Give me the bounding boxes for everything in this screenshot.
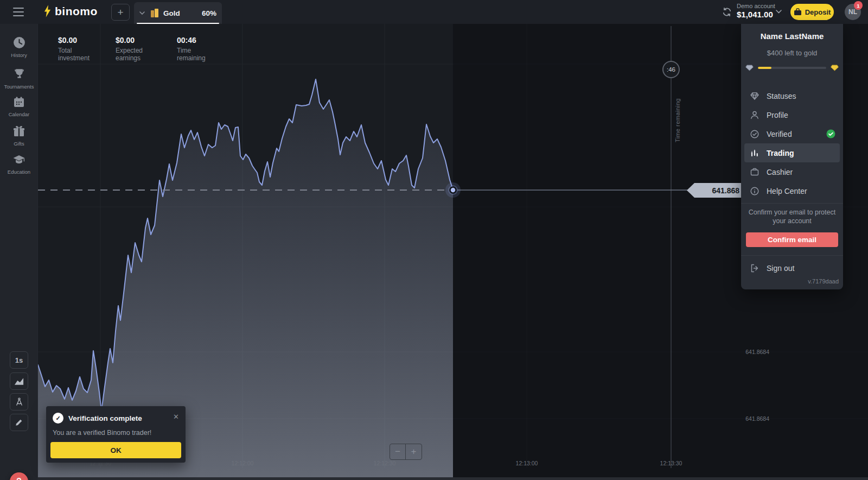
sidebar-item-label: Tournaments	[4, 84, 34, 90]
y-axis-tick-label: 641.8684	[726, 349, 769, 355]
verification-toast: ✓ Verification complete ✕ You are a veri…	[46, 406, 186, 463]
menu-item-help-center[interactable]: Help Center	[741, 181, 843, 200]
zoom-in-button[interactable]: +	[406, 444, 422, 459]
divider	[741, 203, 843, 204]
toast-title: Verification complete	[68, 414, 142, 422]
binomo-logo: binomo	[43, 4, 98, 18]
sidebar-item-label: Education	[8, 169, 30, 175]
user-name: Name LastName	[741, 31, 843, 41]
briefcase-icon	[794, 8, 802, 16]
lightning-bolt-icon	[43, 4, 52, 18]
status-progress-text: $400 left to gold	[741, 49, 843, 57]
chart-zoom-controls: − +	[390, 444, 422, 460]
stat-value: $0.00	[116, 36, 143, 45]
sidebar-item-label: Calendar	[9, 111, 30, 117]
menu-item-label: Statuses	[767, 92, 796, 100]
wallet-icon	[750, 167, 760, 177]
stat-label: Time remaining	[177, 47, 206, 62]
divider	[741, 255, 843, 256]
hamburger-menu-icon[interactable]	[13, 8, 24, 16]
menu-item-statuses[interactable]: Statuses	[741, 86, 843, 105]
toast-header: ✓ Verification complete	[53, 413, 142, 424]
area-chart-icon	[14, 377, 24, 386]
x-axis-tick-label: 12:12:30	[374, 460, 396, 466]
deposit-button[interactable]: Deposit	[790, 4, 834, 20]
info-icon	[750, 186, 760, 196]
current-price-tag: 641.868	[687, 183, 741, 198]
zoom-out-button[interactable]: −	[390, 444, 406, 459]
status-progress-fill	[758, 67, 771, 69]
menu-item-profile[interactable]: Profile	[741, 105, 843, 124]
pencil-icon	[15, 418, 23, 427]
sidebar-item-gifts[interactable]: Gifts	[0, 125, 38, 147]
chevron-down-icon	[139, 11, 145, 15]
stat-time-remaining: 00:46 Time remaining	[177, 36, 206, 62]
status-progress-row	[745, 65, 839, 71]
refresh-icon[interactable]	[722, 7, 732, 17]
sign-out-button[interactable]: Sign out	[741, 261, 843, 276]
history-clock-icon	[12, 36, 26, 49]
account-menu-panel: Name LastName $400 left to gold Statuses…	[741, 24, 843, 289]
asset-tab-gold[interactable]: Gold 60%	[134, 2, 222, 24]
account-switcher[interactable]: Demo account $1,041.00	[737, 3, 775, 19]
account-menu: Statuses Profile Verified Trading Cashie…	[741, 86, 843, 200]
top-bar: binomo + Gold 60% Demo account $1,041.00…	[0, 0, 868, 24]
confirm-email-button[interactable]: Confirm email	[746, 232, 838, 247]
stat-expected-earnings: $0.00 Expected earnings	[116, 36, 143, 62]
account-type: Demo account	[737, 3, 775, 9]
logo-text: binomo	[55, 5, 98, 18]
check-circle-icon: ✓	[53, 413, 63, 424]
stat-label: Total investment	[58, 47, 90, 62]
sidebar-item-history[interactable]: History	[0, 36, 38, 58]
drawing-tools-button[interactable]	[10, 414, 28, 431]
help-button[interactable]: ?	[10, 472, 28, 480]
candlestick-icon	[750, 148, 760, 158]
sidebar-item-tournaments[interactable]: Tournaments	[0, 67, 38, 90]
app-version: v.7179daad	[808, 278, 839, 285]
menu-item-label: Profile	[767, 111, 788, 119]
stat-value: $0.00	[58, 36, 90, 45]
compass-icon	[15, 397, 24, 407]
menu-item-label: Cashier	[767, 168, 793, 176]
x-axis-tick-label: 12:12:00	[232, 460, 254, 466]
toast-body: You are a verified Binomo trader!	[53, 429, 151, 437]
silver-gem-icon	[745, 65, 754, 71]
timeframe-button[interactable]: 1s	[10, 351, 28, 369]
menu-item-verified[interactable]: Verified	[741, 124, 843, 143]
sign-out-icon	[750, 263, 760, 273]
menu-item-label: Help Center	[767, 187, 807, 195]
x-axis-tick-label: 12:13:30	[660, 460, 682, 466]
calendar-icon	[12, 96, 25, 109]
asset-name: Gold	[163, 9, 180, 17]
sidebar-item-education[interactable]: Education	[0, 153, 38, 175]
ok-button[interactable]: OK	[50, 442, 181, 458]
close-icon[interactable]: ✕	[173, 413, 179, 421]
trading-app: $0.00 Total investment $0.00 Expected ea…	[0, 0, 868, 480]
deposit-label: Deposit	[805, 8, 831, 16]
menu-item-trading[interactable]: Trading	[744, 143, 840, 162]
notification-count-badge: 1	[854, 1, 863, 10]
status-progress-track	[758, 67, 826, 69]
person-icon	[750, 110, 760, 120]
chart-type-button[interactable]	[10, 372, 28, 390]
new-tab-button[interactable]: +	[111, 4, 130, 21]
confirm-email-note: Confirm your email to protect your accou…	[746, 208, 838, 225]
active-tab-underline	[137, 23, 219, 24]
menu-item-label: Verified	[767, 130, 792, 138]
account-balance: $1,041.00	[737, 10, 775, 19]
stat-label: Expected earnings	[116, 47, 143, 62]
chevron-down-icon[interactable]	[776, 10, 782, 14]
left-sidebar: History Tournaments Calendar Gifts Educa…	[0, 24, 38, 480]
stat-value: 00:46	[177, 36, 206, 45]
bottom-scroll-strip	[38, 477, 868, 480]
y-axis-tick-label: 641.8684	[726, 415, 769, 422]
sidebar-item-calendar[interactable]: Calendar	[0, 96, 38, 117]
gem-icon	[750, 91, 760, 101]
stat-total-investment: $0.00 Total investment	[58, 36, 90, 62]
sign-out-label: Sign out	[767, 264, 794, 273]
sidebar-item-label: History	[11, 52, 27, 58]
menu-item-cashier[interactable]: Cashier	[741, 162, 843, 181]
countdown-badge: :46	[662, 61, 680, 78]
gold-bars-icon	[150, 8, 159, 18]
indicators-button[interactable]	[10, 393, 28, 410]
